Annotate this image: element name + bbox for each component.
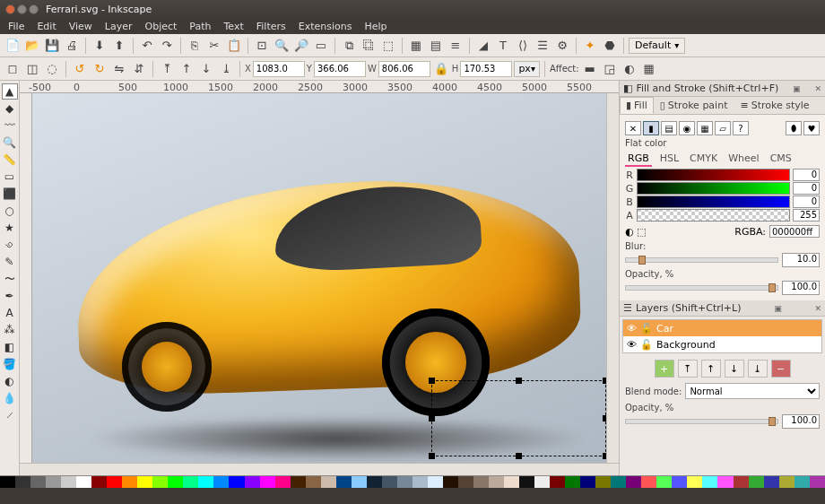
b-value[interactable]: 0 (793, 196, 820, 208)
zoom-tool[interactable]: 🔍 (2, 135, 18, 151)
layer-row-background[interactable]: 👁🔓 Background (623, 336, 821, 352)
visibility-icon[interactable]: 👁 (627, 323, 637, 335)
tweak-tool[interactable]: 〰 (2, 117, 18, 134)
swatch[interactable] (641, 476, 656, 488)
selection-box[interactable] (431, 380, 606, 456)
duplicate-icon[interactable]: ⧉ (340, 37, 358, 55)
swatch[interactable] (458, 476, 473, 488)
swatch[interactable] (245, 476, 260, 488)
affect-corners-icon[interactable]: ◲ (601, 60, 619, 78)
swatch[interactable] (702, 476, 717, 488)
import-icon[interactable]: ⬇ (91, 37, 109, 55)
select-layer-icon[interactable]: ◫ (23, 60, 41, 78)
g-slider[interactable] (637, 182, 790, 195)
affect-gradient-icon[interactable]: ◐ (621, 60, 638, 78)
print-icon[interactable]: 🖨 (63, 37, 81, 55)
flip-h-icon[interactable]: ⇋ (110, 60, 128, 78)
rect-tool[interactable]: ▭ (2, 169, 18, 185)
swatch[interactable] (61, 476, 76, 488)
menu-help[interactable]: Help (360, 20, 391, 33)
canvas[interactable] (32, 93, 606, 463)
node-tool[interactable]: ◆ (2, 100, 18, 117)
redo-icon[interactable]: ↷ (158, 37, 176, 55)
dropper-tool[interactable]: 💧 (2, 390, 18, 406)
layers-dialog-icon[interactable]: ☰ (534, 37, 551, 55)
xml-dialog-icon[interactable]: ⟨⟩ (514, 37, 532, 55)
swatch[interactable] (810, 476, 825, 488)
tab-stroke-paint[interactable]: ▯Stroke paint (654, 97, 734, 114)
paint-unknown-button[interactable]: ? (733, 121, 749, 135)
spiral-tool[interactable]: ꩜ (2, 237, 18, 253)
swatch[interactable] (352, 476, 367, 488)
layer-add-button[interactable]: + (655, 360, 674, 378)
lock-ratio-icon[interactable]: 🔒 (432, 60, 450, 78)
colortab-wheel[interactable]: Wheel (725, 152, 761, 167)
tab-stroke-style[interactable]: ≡Stroke style (734, 97, 815, 114)
swatch[interactable] (229, 476, 244, 488)
fill-dialog-icon[interactable]: ◢ (474, 37, 492, 55)
layer-opacity-slider[interactable] (625, 419, 778, 424)
r-slider[interactable] (637, 169, 790, 181)
swatch[interactable] (428, 476, 443, 488)
swatch[interactable] (795, 476, 810, 488)
undo-icon[interactable]: ↶ (138, 37, 156, 55)
clone-icon[interactable]: ⿻ (360, 37, 378, 55)
affect-pattern-icon[interactable]: ▦ (640, 60, 658, 78)
swatch[interactable] (321, 476, 336, 488)
swatch[interactable] (519, 476, 534, 488)
paint-radial-button[interactable]: ◉ (679, 121, 695, 135)
paint-rule-icon[interactable]: ♥ (803, 121, 820, 135)
prefs-dialog-icon[interactable]: ⚙ (553, 37, 571, 55)
swatch[interactable] (412, 476, 428, 488)
spray-tool[interactable]: ⁂ (2, 322, 18, 338)
paint-swatch-button[interactable]: ▱ (715, 121, 731, 135)
3dbox-tool[interactable]: ⬛ (2, 186, 18, 202)
a-value[interactable]: 255 (793, 209, 820, 222)
gradient-tool[interactable]: ◐ (2, 373, 18, 389)
swatch[interactable] (656, 476, 672, 488)
swatch[interactable] (565, 476, 580, 488)
menu-filters[interactable]: Filters (252, 20, 291, 33)
menu-layer[interactable]: Layer (100, 20, 137, 33)
layer-opacity-value[interactable]: 100.0 (782, 414, 820, 429)
menu-edit[interactable]: Edit (32, 20, 60, 33)
measure-tool[interactable]: 📏 (2, 152, 18, 168)
swatch[interactable] (275, 476, 291, 488)
swatch[interactable] (15, 476, 30, 488)
unit-select[interactable]: px ▾ (514, 61, 540, 77)
layers-close-icon[interactable]: ✕ (814, 304, 821, 313)
calligraphy-tool[interactable]: ✒ (2, 288, 18, 304)
select-all-icon[interactable]: ◻ (4, 60, 22, 78)
swatch[interactable] (213, 476, 229, 488)
b-slider[interactable] (637, 196, 790, 208)
lower-bottom-icon[interactable]: ⤓ (217, 60, 235, 78)
zoom-in-icon[interactable]: 🔍 (273, 37, 291, 55)
swatch[interactable] (717, 476, 733, 488)
paint-pattern-button[interactable]: ▦ (697, 121, 713, 135)
save-icon[interactable]: 💾 (43, 37, 61, 55)
window-min-button[interactable] (17, 4, 27, 14)
paint-linear-button[interactable]: ▤ (661, 121, 677, 135)
style-preset-select[interactable]: Default ▾ (629, 38, 685, 54)
colortab-rgb[interactable]: RGB (625, 152, 652, 167)
swatch[interactable] (46, 476, 61, 488)
swatch[interactable] (137, 476, 152, 488)
colortab-hsl[interactable]: HSL (657, 152, 682, 167)
y-input[interactable]: 366.06 (314, 61, 366, 77)
zoom-out-icon[interactable]: 🔎 (292, 37, 310, 55)
paint-toggle-icon[interactable]: ⬮ (786, 121, 802, 135)
swatch[interactable] (473, 476, 489, 488)
scrollbar-vertical[interactable] (606, 93, 619, 463)
blur-slider[interactable] (625, 257, 778, 263)
eraser-tool[interactable]: ◧ (2, 339, 18, 355)
opacity-slider[interactable] (625, 285, 778, 291)
panel-minimize-icon[interactable]: ▣ (793, 84, 801, 93)
export-icon[interactable]: ⬆ (110, 37, 128, 55)
swatch[interactable] (443, 476, 458, 488)
paint-none-button[interactable]: ✕ (625, 121, 641, 135)
swatch[interactable] (672, 476, 687, 488)
swatch[interactable] (122, 476, 137, 488)
unlink-icon[interactable]: ⬚ (379, 37, 397, 55)
swatch[interactable] (107, 476, 122, 488)
tab-fill[interactable]: ▮Fill (620, 97, 654, 114)
